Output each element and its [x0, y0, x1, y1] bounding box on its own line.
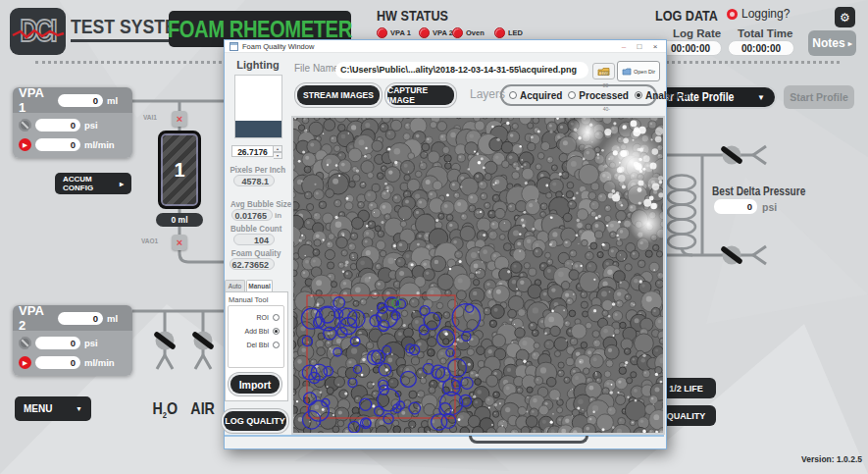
valve-in-label: VAI1 — [143, 114, 157, 121]
flow-arrow-icon: ▶ — [19, 138, 31, 151]
log-quality-button[interactable]: LOG QUALITY — [224, 411, 286, 431]
vpa2-title: VPA 2 — [19, 303, 54, 333]
vpa1-title: VPA 1 — [19, 85, 54, 115]
valve-lower-right[interactable] — [723, 246, 741, 265]
spin-down-icon[interactable]: ▾ — [274, 152, 282, 159]
radio-icon — [635, 91, 642, 99]
menu-button[interactable]: MENU▼ — [15, 396, 91, 421]
tick-label: 80- — [594, 82, 610, 88]
spin-up-icon[interactable]: ▴ — [274, 145, 282, 152]
tool-option-add-bbl[interactable]: Add Bbl — [230, 326, 280, 336]
bubble-count-value: 104 — [233, 234, 275, 245]
lighting-spinner[interactable]: ▴ ▾ — [274, 145, 282, 157]
vpa1-pressure-field[interactable]: 0 — [35, 119, 80, 132]
capture-image-button[interactable]: CAPTURE IMAGE — [387, 85, 454, 105]
metric-label: Avg Bubble Size — [225, 198, 288, 209]
minimize-icon[interactable]: – — [618, 42, 630, 51]
file-name-label: File Name — [294, 63, 339, 74]
resize-handle[interactable] — [469, 436, 588, 444]
h2o-label: H2O — [145, 399, 184, 420]
pixels-per-inch-value: 4578.1 — [233, 175, 275, 186]
valve-vai1[interactable]: × — [172, 111, 187, 127]
app-window: DCI TEST SYSTEMS FOAM RHEOMETER HW STATU… — [0, 0, 868, 474]
accum-config-button[interactable]: ACCUM CONFIG▸ — [55, 173, 131, 194]
manual-tool-title: Manual Tool — [229, 295, 268, 304]
chevron-right-icon: ▸ — [120, 180, 124, 188]
tank-volume-badge: 0 ml — [156, 213, 203, 227]
tick-label: 60- — [594, 94, 610, 100]
tool-option-roi[interactable]: ROI — [230, 312, 280, 322]
vpa1-flow-field[interactable]: 0 — [35, 138, 80, 151]
chevron-down-icon: ▼ — [757, 93, 765, 102]
radio-icon — [273, 342, 280, 348]
valve-vao1[interactable]: × — [172, 235, 187, 250]
gear-icon: ⚙ — [840, 11, 850, 25]
coil-tubing — [668, 176, 695, 249]
layers-radio-group: Acquired Processed Analyzed — [500, 84, 657, 106]
layer-option-analyzed[interactable]: Analyzed — [635, 90, 689, 101]
radio-icon — [509, 91, 517, 99]
tick-label: 40- — [594, 106, 610, 112]
file-name-input[interactable]: C:\Users\Public\...ality\2018-12-03-14-3… — [335, 62, 588, 79]
avg-bubble-size-value: 0.01765 — [231, 209, 273, 221]
layer-option-acquired[interactable]: Acquired — [509, 90, 562, 101]
x-icon: × — [177, 113, 182, 125]
settings-button[interactable]: ⚙ — [835, 7, 855, 27]
brand-logo: DCI — [10, 8, 66, 55]
pressure-gauge-icon — [19, 337, 31, 349]
lighting-label: Lighting — [230, 59, 285, 71]
close-icon[interactable]: × — [649, 42, 661, 51]
lighting-value-field[interactable]: 26.7176 — [231, 145, 274, 157]
foam-bubble-image — [293, 118, 663, 433]
valve-air[interactable] — [194, 332, 213, 350]
foam-image-viewport[interactable] — [291, 116, 665, 435]
vpa1-panel: VPA 1 0 ml 0 psi ▶ 0 ml/min — [13, 87, 132, 158]
best-delta-pressure-field: 0 — [714, 199, 757, 214]
tool-option-del-bbl[interactable]: Del Bbl — [230, 340, 280, 349]
vpa2-pressure-field[interactable]: 0 — [35, 337, 80, 349]
open-dir-button[interactable]: Open Dir — [617, 61, 660, 81]
x-icon: × — [177, 237, 182, 248]
accumulator-tank: 1 — [158, 131, 201, 209]
valve-h2o[interactable] — [156, 332, 175, 350]
foam-quality-value: 62.73652 — [230, 258, 275, 270]
best-delta-pressure-label: Best Delta Pressure — [712, 184, 823, 198]
radio-icon — [273, 328, 280, 335]
dialog-bottom-accent — [225, 435, 664, 437]
tick-label: 100- — [594, 71, 610, 77]
metric-label: Bubble Count — [225, 223, 288, 234]
window-icon — [230, 42, 238, 51]
vpa2-volume-field[interactable]: 0 — [58, 312, 103, 325]
air-label: AIR — [185, 399, 221, 419]
dialog-titlebar[interactable]: Foam Quality Window – □ × — [225, 40, 666, 53]
tab-auto[interactable]: Auto — [225, 280, 245, 291]
pressure-gauge-icon — [19, 119, 31, 132]
import-button[interactable]: Import — [230, 375, 280, 394]
flow-arrow-icon: ▶ — [19, 356, 31, 369]
vpa2-panel: VPA 2 0 ml 0 psi ▶ 0 ml/min — [13, 305, 132, 376]
vpa2-flow-field[interactable]: 0 — [35, 356, 80, 369]
chevron-down-icon: ▼ — [76, 405, 82, 412]
chevron-right-icon: ▸ — [848, 39, 852, 48]
valve-upper-right[interactable] — [723, 146, 741, 165]
logo-red-squiggle-icon — [10, 27, 66, 41]
tab-manual[interactable]: Manual — [246, 280, 273, 291]
version-label: Version: 1.0.2.5 — [801, 454, 862, 464]
folder-blue-icon — [622, 68, 632, 76]
notes-button[interactable]: Notes▸ — [808, 30, 856, 56]
foam-quality-window: Foam Quality Window – □ × File Name C:\U… — [224, 39, 667, 449]
radio-icon — [568, 91, 576, 99]
maximize-icon[interactable]: □ — [634, 42, 645, 51]
start-profile-button[interactable]: Start Profile — [784, 85, 854, 109]
lighting-slider[interactable] — [234, 75, 282, 138]
radio-icon — [273, 314, 280, 321]
metric-label: Pixels Per Inch — [225, 164, 288, 175]
avg-bubble-size-unit: in — [275, 211, 281, 220]
valve-out-label: VAO1 — [141, 237, 158, 244]
lighting-slider-fill — [235, 121, 281, 137]
metric-label: Foam Quality — [225, 247, 288, 258]
stream-images-button[interactable]: STREAM IMAGES — [297, 85, 380, 105]
dialog-title: Foam Quality Window — [242, 42, 614, 51]
vpa1-volume-field[interactable]: 0 — [58, 94, 103, 107]
